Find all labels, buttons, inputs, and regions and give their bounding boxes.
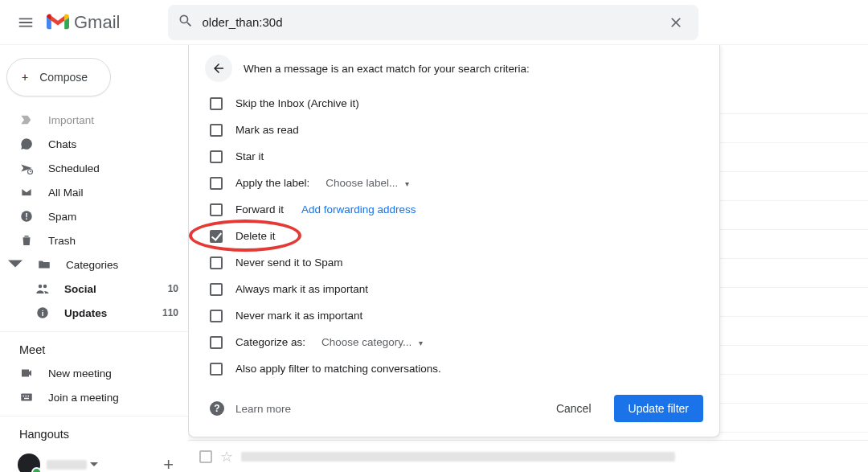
checkbox[interactable]	[210, 97, 223, 110]
opt-skip-inbox[interactable]: Skip the Inbox (Archive it)	[205, 90, 703, 117]
avatar[interactable]	[18, 454, 40, 472]
opt-categorize[interactable]: Categorize as: Choose category...	[205, 329, 703, 355]
sidebar-item-label: New meeting	[48, 367, 112, 380]
opt-mark-read[interactable]: Mark as read	[205, 117, 703, 143]
sidebar-item-updates[interactable]: i Updates 110	[0, 301, 188, 325]
sidebar-item-categories[interactable]: Categories	[0, 252, 188, 277]
label-select[interactable]: Choose label...	[326, 177, 409, 189]
sidebar-item-important[interactable]: Important	[0, 108, 188, 132]
sidebar-item-trash[interactable]: Trash	[0, 228, 188, 252]
sidebar-item-label: Categories	[66, 259, 118, 271]
opt-label: Forward it	[235, 203, 284, 215]
sidebar: + Compose Important Chats Scheduled All …	[0, 45, 188, 472]
menu-icon[interactable]	[10, 6, 42, 39]
category-select[interactable]: Choose category...	[321, 336, 423, 348]
main: When a message is an exact match for you…	[188, 45, 868, 472]
checkbox[interactable]	[210, 336, 223, 349]
caret-down-icon	[8, 257, 23, 272]
sidebar-item-label: Chats	[48, 138, 76, 150]
checkbox[interactable]	[210, 310, 223, 322]
sidebar-item-label: Important	[48, 114, 94, 126]
opt-never-important[interactable]: Never mark it as important	[205, 302, 703, 329]
opt-label: Mark as read	[235, 124, 299, 136]
sidebar-item-chats[interactable]: Chats	[0, 132, 188, 156]
opt-label: Skip the Inbox (Archive it)	[235, 97, 359, 109]
checkbox[interactable]	[210, 257, 223, 269]
select-all-checkbox[interactable]	[199, 450, 212, 463]
checkbox[interactable]	[210, 363, 223, 376]
search-bar[interactable]	[168, 5, 698, 40]
label-important-icon	[19, 113, 34, 127]
compose-label: Compose	[39, 71, 88, 84]
checkbox[interactable]	[210, 203, 223, 216]
help-icon[interactable]: ?	[210, 401, 224, 416]
hangouts-add-icon[interactable]: +	[163, 454, 174, 472]
keyboard-icon	[19, 390, 34, 404]
add-forwarding-link[interactable]: Add forwarding address	[301, 203, 416, 215]
search-input[interactable]	[194, 15, 663, 29]
hangouts-name	[47, 460, 87, 470]
opt-star[interactable]: Star it	[205, 143, 703, 170]
trash-icon	[19, 233, 34, 248]
app-name: Gmail	[74, 12, 120, 33]
gmail-icon	[47, 14, 69, 31]
checkbox[interactable]	[210, 177, 223, 190]
sidebar-item-allmail[interactable]: All Mail	[0, 180, 188, 204]
checkbox-checked[interactable]	[210, 230, 223, 243]
compose-button[interactable]: + Compose	[6, 58, 111, 96]
checkbox[interactable]	[210, 150, 223, 163]
caret-down-icon[interactable]	[90, 461, 98, 469]
header: Gmail	[0, 0, 868, 45]
opt-never-spam[interactable]: Never send it to Spam	[205, 249, 703, 276]
sidebar-item-spam[interactable]: ! Spam	[0, 204, 188, 228]
star-icon[interactable]: ☆	[220, 448, 233, 466]
mail-icon	[19, 185, 34, 199]
sidebar-count: 110	[162, 307, 178, 318]
people-icon	[35, 281, 50, 296]
filter-header-text: When a message is an exact match for you…	[244, 63, 530, 75]
clear-search-icon[interactable]	[663, 10, 689, 35]
chat-icon	[19, 137, 34, 151]
sidebar-item-scheduled[interactable]: Scheduled	[0, 156, 188, 180]
sidebar-item-label: Updates	[64, 307, 107, 319]
sidebar-item-social[interactable]: Social 10	[0, 277, 188, 301]
opt-delete[interactable]: Delete it	[205, 223, 703, 249]
meet-new-meeting[interactable]: New meeting	[0, 361, 188, 385]
video-icon	[19, 366, 34, 380]
opt-label: Delete it	[235, 230, 276, 242]
update-filter-button[interactable]: Update filter	[614, 395, 703, 422]
gmail-logo[interactable]: Gmail	[47, 12, 120, 33]
sidebar-item-label: All Mail	[48, 187, 84, 199]
filter-panel-header: When a message is an exact match for you…	[205, 55, 703, 82]
svg-rect-9	[24, 398, 29, 400]
meet-join-meeting[interactable]: Join a meeting	[0, 385, 188, 409]
sidebar-count: 10	[168, 283, 178, 294]
schedule-icon	[19, 161, 34, 175]
info-icon: i	[35, 306, 50, 320]
sidebar-item-label: Trash	[48, 235, 76, 247]
mail-toolbar: ☆	[188, 440, 868, 472]
compose-plus-icon: +	[22, 72, 28, 83]
opt-label: Also apply filter to matching conversati…	[235, 363, 441, 375]
checkbox[interactable]	[210, 283, 223, 296]
filter-panel: When a message is an exact match for you…	[188, 45, 720, 437]
toolbar-blur	[241, 452, 675, 462]
sidebar-item-label: Scheduled	[48, 162, 100, 174]
svg-rect-7	[26, 396, 27, 397]
opt-label: Never send it to Spam	[235, 257, 343, 269]
opt-label: Never mark it as important	[235, 310, 362, 322]
sidebar-item-label: Spam	[48, 211, 76, 223]
learn-more-link[interactable]: Learn more	[235, 403, 291, 415]
back-button[interactable]	[205, 55, 232, 82]
opt-always-important[interactable]: Always mark it as important	[205, 276, 703, 302]
spam-icon: !	[19, 209, 34, 224]
opt-forward[interactable]: Forward it Add forwarding address	[205, 196, 703, 223]
svg-rect-5	[21, 394, 32, 401]
search-icon	[178, 13, 194, 31]
opt-also-apply[interactable]: Also apply filter to matching conversati…	[205, 355, 703, 382]
svg-text:!: !	[25, 211, 28, 221]
meet-section-label: Meet	[0, 331, 188, 361]
cancel-button[interactable]: Cancel	[545, 396, 603, 421]
opt-apply-label[interactable]: Apply the label: Choose label...	[205, 170, 703, 196]
checkbox[interactable]	[210, 124, 223, 137]
